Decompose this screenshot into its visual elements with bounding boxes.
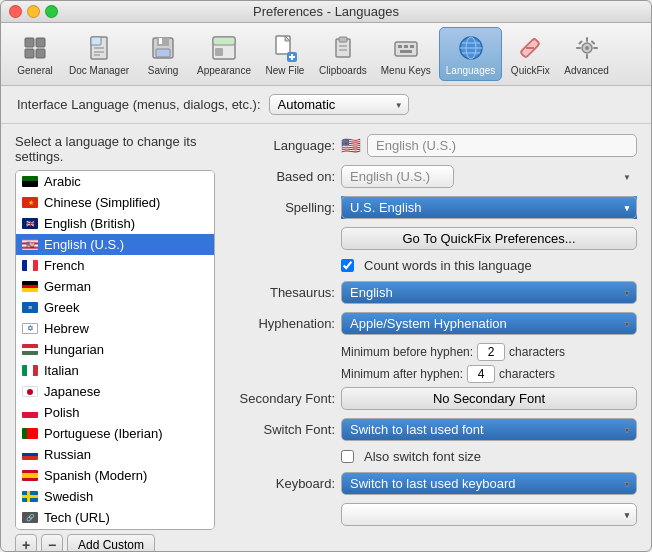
flag-polish bbox=[22, 407, 38, 418]
quickfix-label: QuickFix bbox=[511, 65, 550, 76]
flag-french bbox=[22, 260, 38, 271]
toolbar-clipboards[interactable]: Clipboards bbox=[313, 28, 373, 80]
toolbar-quickfix[interactable]: QuickFix bbox=[504, 28, 556, 80]
minimize-button[interactable] bbox=[27, 5, 40, 18]
toolbar-menu-keys[interactable]: Menu Keys bbox=[375, 28, 437, 80]
maximize-button[interactable] bbox=[45, 5, 58, 18]
menu-keys-icon bbox=[390, 32, 422, 64]
toolbar-languages[interactable]: Languages bbox=[439, 27, 503, 81]
svg-rect-42 bbox=[576, 47, 581, 49]
spelling-select[interactable]: U.S. English British English bbox=[341, 196, 637, 219]
min-before-input[interactable] bbox=[477, 343, 505, 361]
switch-font-dropdown-wrapper: Switch to last used font Never switch ▼ bbox=[341, 418, 637, 441]
toolbar-saving[interactable]: Saving bbox=[137, 28, 189, 80]
svg-rect-10 bbox=[157, 38, 169, 46]
hyphenation-select[interactable]: Apple/System Hyphenation bbox=[341, 312, 637, 335]
keyboard-extra-row: ▼ bbox=[225, 503, 637, 526]
hyphenation-label: Hyphenation: bbox=[225, 316, 335, 331]
list-item[interactable]: Arabic bbox=[16, 171, 214, 192]
list-item[interactable]: Thai bbox=[16, 528, 214, 530]
count-words-row: Count words in this language bbox=[225, 258, 637, 273]
add-language-button[interactable]: + bbox=[15, 534, 37, 552]
spelling-label: Spelling: bbox=[225, 200, 335, 215]
flag-english-icon: 🇺🇸 bbox=[341, 136, 361, 155]
clipboards-label: Clipboards bbox=[319, 65, 367, 76]
thesaurus-row: Thesaurus: English ▼ bbox=[225, 281, 637, 304]
add-custom-button[interactable]: Add Custom bbox=[67, 534, 155, 552]
list-item[interactable]: German bbox=[16, 276, 214, 297]
list-item[interactable]: ★ Chinese (Simplified) bbox=[16, 192, 214, 213]
svg-point-39 bbox=[585, 46, 589, 50]
list-item[interactable]: ≡ Greek bbox=[16, 297, 214, 318]
appearance-icon bbox=[208, 32, 240, 64]
list-item[interactable]: Spanish (Modern) bbox=[16, 465, 214, 486]
remove-language-button[interactable]: − bbox=[41, 534, 63, 552]
list-item[interactable]: French bbox=[16, 255, 214, 276]
keyboard-extra-dropdown-wrapper: ▼ bbox=[341, 503, 637, 526]
interface-lang-select-wrapper: Automatic English French bbox=[269, 94, 409, 115]
list-item[interactable]: Swedish bbox=[16, 486, 214, 507]
toolbar-general[interactable]: General bbox=[9, 28, 61, 80]
secondary-font-row: Secondary Font: No Secondary Font bbox=[225, 387, 637, 410]
switch-font-row: Switch Font: Switch to last used font Ne… bbox=[225, 418, 637, 441]
language-row: Language: 🇺🇸 bbox=[225, 134, 637, 157]
list-item-selected[interactable]: 🇺🇸 English (U.S.) bbox=[16, 234, 214, 255]
list-item[interactable]: Italian bbox=[16, 360, 214, 381]
svg-rect-27 bbox=[404, 45, 408, 48]
toolbar-doc-manager[interactable]: Doc Manager bbox=[63, 28, 135, 80]
flag-japanese bbox=[22, 386, 38, 397]
switch-font-select[interactable]: Switch to last used font Never switch bbox=[341, 418, 637, 441]
lang-list-container: Select a language to change its settings… bbox=[15, 134, 215, 552]
thesaurus-select[interactable]: English bbox=[341, 281, 637, 304]
lang-list-buttons: + − Add Custom bbox=[15, 534, 215, 552]
list-item[interactable]: Japanese bbox=[16, 381, 214, 402]
spelling-dropdown-wrapper: U.S. English British English ▼ bbox=[341, 196, 637, 219]
list-item[interactable]: Polish bbox=[16, 402, 214, 423]
list-item[interactable]: Portuguese (Iberian) bbox=[16, 423, 214, 444]
secondary-font-label: Secondary Font: bbox=[225, 391, 335, 406]
quickfix-icon bbox=[514, 32, 546, 64]
list-item[interactable]: 🇬🇧 English (British) bbox=[16, 213, 214, 234]
svg-rect-29 bbox=[400, 50, 412, 53]
list-item[interactable]: 🔗 Tech (URL) bbox=[16, 507, 214, 528]
min-after-hyphen-row: Minimum after hyphen: characters bbox=[225, 365, 637, 383]
language-input[interactable] bbox=[367, 134, 637, 157]
toolbar-appearance[interactable]: Appearance bbox=[191, 28, 257, 80]
list-item[interactable]: Russian bbox=[16, 444, 214, 465]
keyboard-extra-select[interactable] bbox=[341, 503, 637, 526]
keyboard-select[interactable]: Switch to last used keyboard Never switc… bbox=[341, 472, 637, 495]
toolbar-advanced[interactable]: Advanced bbox=[558, 28, 614, 80]
toolbar-new-file[interactable]: New File bbox=[259, 28, 311, 80]
count-words-label: Count words in this language bbox=[364, 258, 532, 273]
based-on-row: Based on: English (U.S.) bbox=[225, 165, 637, 188]
based-on-select[interactable]: English (U.S.) bbox=[341, 165, 454, 188]
svg-rect-12 bbox=[156, 49, 170, 57]
svg-rect-2 bbox=[25, 49, 34, 58]
doc-manager-icon bbox=[83, 32, 115, 64]
saving-label: Saving bbox=[148, 65, 179, 76]
keyboard-dropdown-wrapper: Switch to last used keyboard Never switc… bbox=[341, 472, 637, 495]
menu-keys-label: Menu Keys bbox=[381, 65, 431, 76]
list-item[interactable]: Hungarian bbox=[16, 339, 214, 360]
secondary-font-button[interactable]: No Secondary Font bbox=[341, 387, 637, 410]
doc-manager-label: Doc Manager bbox=[69, 65, 129, 76]
svg-rect-11 bbox=[159, 38, 162, 44]
count-words-checkbox[interactable] bbox=[341, 259, 354, 272]
switch-font-size-checkbox[interactable] bbox=[341, 450, 354, 463]
languages-icon bbox=[455, 32, 487, 64]
clipboards-icon bbox=[327, 32, 359, 64]
language-field-label: Language: bbox=[225, 138, 335, 153]
new-file-label: New File bbox=[266, 65, 305, 76]
close-button[interactable] bbox=[9, 5, 22, 18]
quickfix-button[interactable]: Go To QuickFix Preferences... bbox=[341, 227, 637, 250]
characters-text-2: characters bbox=[499, 367, 555, 381]
svg-rect-25 bbox=[395, 42, 417, 56]
min-after-input[interactable] bbox=[467, 365, 495, 383]
characters-text-1: characters bbox=[509, 345, 565, 359]
list-item[interactable]: ✡ Hebrew bbox=[16, 318, 214, 339]
spelling-row: Spelling: U.S. English British English ▼ bbox=[225, 196, 637, 219]
interface-lang-select[interactable]: Automatic English French bbox=[269, 94, 409, 115]
min-after-label: Minimum after hyphen: bbox=[341, 367, 463, 381]
flag-german bbox=[22, 281, 38, 292]
switch-font-label: Switch Font: bbox=[225, 422, 335, 437]
